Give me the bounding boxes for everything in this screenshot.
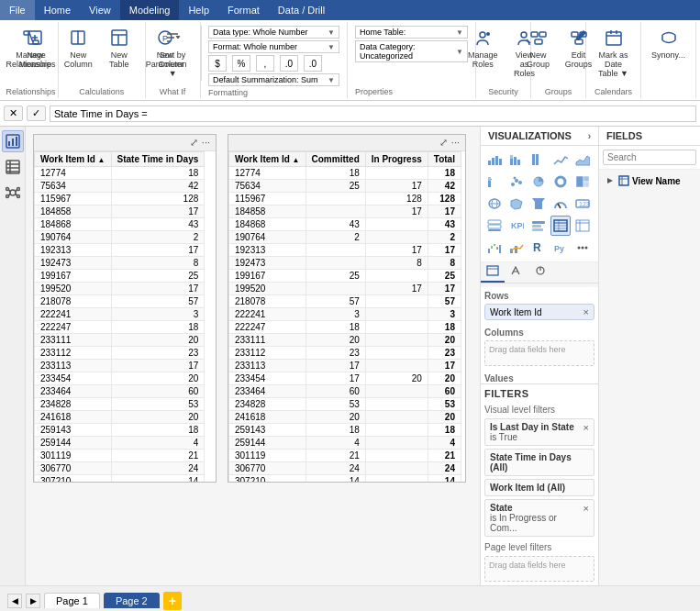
- data-type-dropdown[interactable]: Data type: Whole Number▼: [208, 26, 339, 39]
- state-time-filter[interactable]: State Time in Days (All): [484, 449, 594, 476]
- 100-stacked-bar-icon[interactable]: [528, 150, 549, 170]
- report-view-button[interactable]: [2, 130, 24, 152]
- calendar-icon: [603, 27, 625, 49]
- home-table-dropdown[interactable]: Home Table:▼: [355, 26, 468, 39]
- multi-row-card-icon[interactable]: [484, 216, 505, 236]
- table2-expand-icon[interactable]: ⤢: [439, 137, 448, 149]
- slicer-icon[interactable]: [528, 216, 549, 236]
- page-next-btn[interactable]: ▶: [26, 594, 40, 608]
- viz-icon-grid: 123 KPI: [481, 146, 598, 262]
- fields-tab[interactable]: [481, 262, 505, 283]
- svg-text:123: 123: [579, 201, 590, 207]
- menu-format[interactable]: Format: [218, 0, 269, 20]
- menu-modeling[interactable]: Modeling: [120, 0, 180, 20]
- new-measure-button[interactable]: NewMeasure: [15, 24, 56, 72]
- bar-chart-icon[interactable]: [484, 150, 505, 170]
- mark-as-date-table-button[interactable]: Mark asDate Table ▼: [594, 24, 633, 81]
- report-view-icon: [6, 134, 20, 149]
- formula-confirm-button[interactable]: ✓: [27, 106, 46, 121]
- ribbon-group-formatting-label: Formatting: [208, 86, 248, 97]
- table2-wrapper: ⤢ ··· Work Item Id ▲ Committed In Progre…: [228, 134, 466, 483]
- page1-tab[interactable]: Page 1: [44, 593, 100, 608]
- more-visuals-icon[interactable]: [572, 238, 593, 258]
- scatter-chart-icon[interactable]: [506, 172, 527, 192]
- r-visual-icon[interactable]: R: [528, 238, 549, 258]
- svg-rect-50: [492, 158, 494, 165]
- remove-is-last-day-filter[interactable]: ×: [583, 422, 589, 433]
- currency-btn[interactable]: $: [208, 55, 227, 72]
- remove-work-item-id[interactable]: ×: [583, 306, 589, 317]
- map-icon[interactable]: [484, 194, 505, 214]
- menu-data-drill[interactable]: Data / Drill: [269, 0, 334, 20]
- fields-search-area: [599, 146, 700, 170]
- matrix-icon[interactable]: [572, 216, 593, 236]
- ribbon-group-relationships-label: Relationships: [6, 85, 55, 96]
- table-viz-icon[interactable]: [550, 216, 571, 236]
- comma-btn[interactable]: ,: [256, 55, 274, 72]
- add-page-btn[interactable]: +: [163, 592, 182, 610]
- formula-cancel-button[interactable]: ✕: [4, 106, 23, 121]
- percent-btn[interactable]: %: [232, 55, 250, 72]
- work-item-id-filter[interactable]: Work Item Id (All): [484, 479, 594, 496]
- new-group-icon: [528, 27, 550, 49]
- format-tab[interactable]: [505, 262, 528, 283]
- svg-rect-56: [517, 160, 520, 165]
- pie-chart-icon[interactable]: [528, 172, 549, 192]
- line-chart-icon[interactable]: [550, 150, 571, 170]
- analytics-tab[interactable]: [528, 262, 552, 283]
- new-group-button[interactable]: NewGroup: [520, 24, 557, 72]
- summarization-dropdown[interactable]: Default Summarization: Sum▼: [208, 73, 339, 86]
- synonyms-button[interactable]: Synony...: [647, 24, 690, 62]
- table1-expand-icon[interactable]: ⤢: [190, 137, 198, 149]
- py-visual-icon[interactable]: Py: [550, 238, 571, 258]
- filled-map-icon[interactable]: [506, 194, 527, 214]
- data-category-dropdown[interactable]: Data Category: Uncategorized▼: [355, 40, 468, 62]
- waterfall-icon[interactable]: [484, 238, 505, 258]
- table2-more-icon[interactable]: ···: [451, 137, 460, 149]
- columns-drop-zone[interactable]: Drag data fields here: [484, 340, 594, 366]
- page2-tab[interactable]: Page 2: [104, 593, 160, 608]
- menu-home[interactable]: Home: [35, 0, 80, 20]
- ribbon-group-security-label: Security: [488, 85, 518, 96]
- new-column-button[interactable]: NewColumn: [60, 24, 97, 72]
- page-prev-btn[interactable]: ◀: [7, 594, 22, 608]
- menu-file[interactable]: File: [0, 0, 35, 20]
- decrease-decimal-btn[interactable]: .0: [280, 55, 298, 72]
- fields-search-input[interactable]: [603, 150, 696, 165]
- viz-expand-btn[interactable]: ›: [588, 131, 591, 141]
- page-level-drop-zone[interactable]: Drag data fields here: [484, 556, 594, 582]
- sort-by-column-button[interactable]: Sort byColumn ▼: [153, 24, 193, 81]
- funnel-icon[interactable]: [528, 194, 549, 214]
- stacked-bar-icon[interactable]: [506, 150, 527, 170]
- new-table-button[interactable]: NewTable: [101, 24, 138, 72]
- increase-decimal-btn[interactable]: .0: [304, 55, 322, 72]
- area-chart-icon[interactable]: [572, 150, 593, 170]
- table1-title-bar: ⤢ ···: [34, 135, 216, 151]
- svg-rect-113: [619, 176, 628, 185]
- table-row: 2331112020: [229, 334, 461, 347]
- treemap-icon[interactable]: [572, 172, 593, 192]
- new-measure-icon: [24, 27, 46, 49]
- model-view-button[interactable]: [2, 182, 24, 204]
- formula-input[interactable]: [50, 106, 696, 122]
- remove-state-filter[interactable]: ×: [583, 503, 589, 514]
- combo-icon[interactable]: [506, 238, 527, 258]
- manage-roles-button[interactable]: ManageRoles: [463, 24, 502, 72]
- kpi-icon[interactable]: KPI: [506, 216, 527, 236]
- is-last-day-filter[interactable]: Is Last Day in State is True ×: [484, 418, 594, 446]
- svg-rect-71: [583, 176, 589, 182]
- formula-bar: ✕ ✓: [0, 101, 700, 127]
- ribbon-chart-icon[interactable]: [484, 172, 505, 192]
- menu-view[interactable]: View: [80, 0, 120, 20]
- donut-chart-icon[interactable]: [550, 172, 571, 192]
- state-filter[interactable]: State is In Progress or Com... ×: [484, 499, 594, 537]
- new-column-icon: [67, 27, 89, 49]
- table-row: 7563442: [35, 180, 205, 193]
- table1-more-icon[interactable]: ···: [202, 137, 210, 149]
- menu-help[interactable]: Help: [179, 0, 218, 20]
- format-dropdown[interactable]: Format: Whole number▼: [208, 40, 339, 53]
- data-view-button[interactable]: [2, 156, 24, 178]
- card-icon[interactable]: 123: [572, 194, 593, 214]
- view-name-table-item[interactable]: View Name: [603, 173, 696, 188]
- gauge-icon[interactable]: [550, 194, 571, 214]
